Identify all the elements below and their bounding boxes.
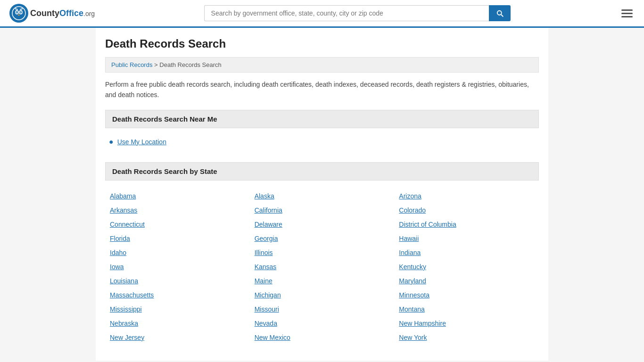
search-button[interactable] — [489, 5, 511, 21]
state-link[interactable]: Kentucky — [399, 263, 426, 271]
state-list-item: Montana — [394, 302, 539, 316]
search-input[interactable] — [204, 5, 489, 21]
state-list-item: Kentucky — [394, 260, 539, 274]
state-list-item: Colorado — [394, 203, 539, 217]
state-list-item: Indiana — [394, 246, 539, 260]
state-list-item: Missouri — [250, 302, 395, 316]
state-link[interactable]: Alabama — [110, 192, 136, 200]
state-list-item: Illinois — [250, 246, 395, 260]
state-link[interactable]: New York — [399, 334, 427, 341]
state-link[interactable]: Massachusetts — [110, 291, 154, 299]
state-list-item: California — [250, 203, 395, 217]
state-list-item: Maine — [250, 274, 395, 288]
state-list-item: Hawaii — [394, 231, 539, 246]
state-link[interactable]: Iowa — [110, 263, 124, 271]
state-list-item: Massachusetts — [105, 288, 250, 302]
state-link[interactable]: Idaho — [110, 249, 126, 256]
logo-icon — [9, 4, 28, 23]
breadcrumb: Public Records > Death Records Search — [105, 57, 539, 73]
state-link[interactable]: Arizona — [399, 192, 421, 200]
state-list-item: Nebraska — [105, 316, 250, 330]
state-link[interactable]: Minnesota — [399, 291, 429, 299]
state-link[interactable]: Colorado — [399, 206, 426, 214]
by-state-section: Death Records Search by State AlabamaAla… — [105, 162, 539, 346]
state-link[interactable]: Missouri — [255, 305, 279, 313]
state-link[interactable]: Michigan — [255, 291, 281, 299]
state-list-item: New Mexico — [250, 330, 395, 345]
state-list-item: Nevada — [250, 316, 395, 330]
state-link[interactable]: District of Columbia — [399, 221, 456, 228]
state-list-item: Iowa — [105, 260, 250, 274]
state-list-item: Minnesota — [394, 288, 539, 302]
state-list-item: Alabama — [105, 189, 250, 203]
state-link[interactable]: Maine — [255, 277, 272, 285]
breadcrumb-current: Death Records Search — [159, 61, 222, 68]
state-list-item: Florida — [105, 231, 250, 246]
state-link[interactable]: Louisiana — [110, 277, 138, 285]
state-link[interactable]: Mississippi — [110, 305, 142, 313]
menu-line — [621, 13, 633, 14]
state-link[interactable]: Delaware — [255, 221, 282, 228]
state-link[interactable]: New Mexico — [255, 334, 290, 341]
site-header: CountyOffice.org — [0, 0, 644, 28]
state-link[interactable]: Nevada — [255, 320, 277, 327]
breadcrumb-separator: > — [154, 61, 159, 68]
menu-line — [621, 16, 633, 17]
state-link[interactable]: California — [255, 206, 282, 214]
state-link[interactable]: Connecticut — [110, 221, 145, 228]
search-icon — [495, 9, 504, 17]
state-list-item: Louisiana — [105, 274, 250, 288]
state-list-item: District of Columbia — [394, 217, 539, 231]
svg-point-6 — [17, 12, 17, 13]
state-list-item: Kansas — [250, 260, 395, 274]
location-pin-icon: ● — [109, 138, 114, 146]
hamburger-menu-button[interactable] — [619, 8, 635, 19]
near-me-heading: Death Records Search Near Me — [105, 110, 539, 128]
state-list-item: Mississippi — [105, 302, 250, 316]
state-list-item: Arizona — [394, 189, 539, 203]
use-location-container: ● Use My Location — [105, 135, 539, 153]
page-description: Perform a free public death records sear… — [105, 79, 539, 100]
state-link[interactable]: New Hampshire — [399, 320, 446, 327]
logo-text: CountyOffice.org — [30, 8, 95, 18]
state-link[interactable]: Florida — [110, 235, 130, 242]
state-link[interactable]: Maryland — [399, 277, 426, 285]
state-link[interactable]: Kansas — [255, 263, 277, 271]
search-bar — [204, 5, 511, 21]
menu-line — [621, 9, 633, 11]
state-link[interactable]: Illinois — [255, 249, 273, 256]
state-list-item: Connecticut — [105, 217, 250, 231]
breadcrumb-link-public-records[interactable]: Public Records — [111, 61, 152, 68]
use-my-location-link[interactable]: Use My Location — [117, 138, 166, 146]
state-link[interactable]: Hawaii — [399, 235, 419, 242]
state-link[interactable]: New Jersey — [110, 334, 144, 341]
svg-point-7 — [20, 12, 21, 13]
state-list-item: New Hampshire — [394, 316, 539, 330]
page-title: Death Records Search — [105, 37, 539, 50]
near-me-section: Death Records Search Near Me ● Use My Lo… — [105, 110, 539, 153]
states-grid: AlabamaAlaskaArizonaArkansasCaliforniaCo… — [105, 187, 539, 346]
by-state-heading: Death Records Search by State — [105, 162, 539, 181]
svg-point-1 — [12, 7, 25, 20]
state-list-item: Michigan — [250, 288, 395, 302]
state-link[interactable]: Georgia — [255, 235, 278, 242]
state-link[interactable]: Nebraska — [110, 320, 138, 327]
state-link[interactable]: Indiana — [399, 249, 421, 256]
state-list-item: Alaska — [250, 189, 395, 203]
state-list-item: New York — [394, 330, 539, 345]
state-list-item: Idaho — [105, 246, 250, 260]
state-list-item: New Jersey — [105, 330, 250, 345]
state-list-item: Georgia — [250, 231, 395, 246]
state-list-item: Arkansas — [105, 203, 250, 217]
state-list-item: Maryland — [394, 274, 539, 288]
main-content: Death Records Search Public Records > De… — [96, 28, 548, 361]
state-link[interactable]: Montana — [399, 305, 424, 313]
state-list-item: Delaware — [250, 217, 395, 231]
logo[interactable]: CountyOffice.org — [9, 4, 95, 23]
state-link[interactable]: Arkansas — [110, 206, 137, 214]
state-link[interactable]: Alaska — [255, 192, 274, 200]
